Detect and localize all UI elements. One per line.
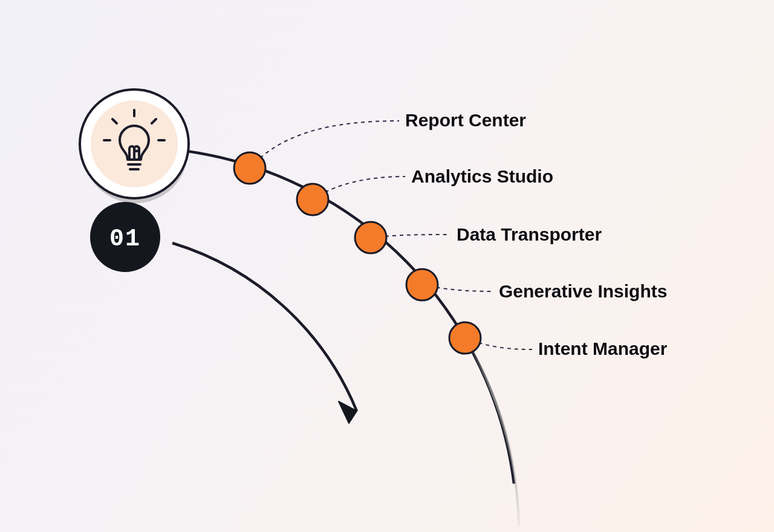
node-label-5: Intent Manager xyxy=(538,339,667,359)
node-dot-5 xyxy=(449,322,481,354)
node-dot-1 xyxy=(234,152,265,184)
number-badge: 01 xyxy=(90,202,160,272)
node-label-1: Report Center xyxy=(405,110,526,131)
node-label-2: Analytics Studio xyxy=(411,166,553,187)
node-dot-4 xyxy=(406,269,438,300)
node-arc-fade xyxy=(466,339,519,526)
dash-connector-1 xyxy=(250,121,399,168)
arrow-arc xyxy=(172,243,357,411)
node-arc xyxy=(187,151,514,484)
node-dot-2 xyxy=(297,184,328,215)
node-dot-3 xyxy=(355,222,386,253)
diagram-stage: 01 xyxy=(0,0,774,532)
idea-icon-circle xyxy=(80,89,189,203)
badge-number-text: 01 xyxy=(109,225,141,253)
node-label-4: Generative Insights xyxy=(499,281,667,302)
node-label-3: Data Transporter xyxy=(457,224,602,245)
